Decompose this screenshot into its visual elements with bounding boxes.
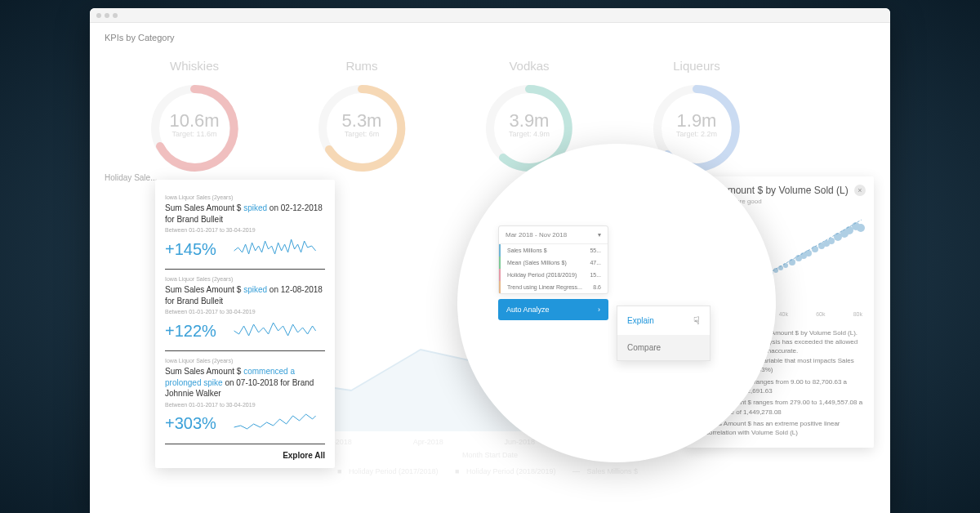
tooltip-table: Mar 2018 - Nov 2018▾ Sales Millions $55.…: [498, 225, 608, 294]
auto-analyze-button[interactable]: Auto Analyze ›: [498, 299, 608, 320]
context-menu: Explain ☟ Compare: [617, 306, 710, 361]
insights-panel: Iowa Liquor Sales (2years) Sum Sales Amo…: [155, 180, 335, 468]
app-window: KPIs by Category Whiskies 10.6m Target: …: [90, 8, 890, 513]
tooltip-range: Mar 2018 - Nov 2018▾: [499, 226, 608, 244]
chevron-right-icon: ›: [598, 306, 600, 314]
tooltip-row: Holiday Period (2018/2019)15...: [499, 269, 608, 281]
kpi-value: 10.6m: [145, 110, 243, 132]
kpi-whiskies: Whiskies 10.6m Target: 11.6m: [137, 59, 252, 149]
menu-item-compare[interactable]: Compare: [617, 335, 710, 360]
kpi-target: Target: 11.6m: [145, 130, 243, 138]
gauge: 5.3m Target: 6m: [313, 79, 411, 149]
svg-point-27: [828, 238, 835, 244]
gauge: 1.9m Target: 2.2m: [648, 79, 746, 149]
kpi-target: Target: 6m: [313, 130, 411, 138]
close-icon[interactable]: ×: [854, 185, 866, 196]
kpi-target: Target: 4.9m: [480, 130, 578, 138]
svg-point-23: [805, 250, 812, 256]
insight-percent: +303%: [165, 414, 216, 433]
svg-point-24: [812, 246, 818, 252]
insight-card[interactable]: Iowa Liquor Sales (2years) Sum Sales Amo…: [165, 188, 325, 270]
svg-point-20: [789, 259, 795, 265]
sparkline: [225, 318, 325, 344]
kpi-vodkas: Vodkas 3.9m Target: 4.9m: [472, 59, 586, 149]
tooltip-row: Trend using Linear Regress...8.6: [499, 281, 608, 293]
insight-percent: +145%: [165, 240, 216, 259]
kpi-value: 1.9m: [648, 110, 746, 132]
pointer-cursor-icon: ☟: [693, 314, 700, 327]
page-title: KPIs by Category: [105, 33, 875, 42]
dashboard: KPIs by Category Whiskies 10.6m Target: …: [90, 23, 890, 513]
insight-source: Iowa Liquor Sales (2years): [165, 358, 325, 364]
tooltip-row: Sales Millions $55...: [499, 244, 608, 256]
svg-point-32: [857, 224, 865, 232]
traffic-light-icon: [105, 13, 109, 18]
svg-point-17: [773, 268, 778, 273]
kpi-label: Whiskies: [137, 59, 252, 73]
insight-range: Between 01-01-2017 to 30-04-2019: [165, 227, 325, 233]
zoom-lens: Mar 2018 - Nov 2018▾ Sales Millions $55.…: [457, 144, 776, 462]
traffic-light-icon: [96, 13, 101, 18]
sparkline: [225, 236, 325, 262]
menu-item-explain[interactable]: Explain ☟: [617, 306, 710, 335]
tooltip-row: Mean (Sales Millions $)47...: [499, 256, 608, 269]
insight-card[interactable]: Iowa Liquor Sales (2years) Sum Sales Amo…: [165, 270, 325, 351]
insight-title: Sum Sales Amount $ spiked on 02-12-2018 …: [165, 203, 325, 225]
traffic-light-icon: [113, 13, 118, 18]
svg-point-18: [778, 265, 783, 270]
insight-range: Between 01-01-2017 to 30-04-2019: [165, 309, 325, 314]
insight-range: Between 01-01-2017 to 30-04-2019: [165, 402, 325, 408]
insight-card[interactable]: Iowa Liquor Sales (2years) Sum Sales Amo…: [165, 351, 325, 444]
chevron-down-icon[interactable]: ▾: [598, 231, 601, 239]
kpi-rums: Rums 5.3m Target: 6m: [305, 59, 419, 149]
kpi-label: Rums: [305, 59, 419, 73]
gauge: 10.6m Target: 11.6m: [145, 79, 243, 149]
kpi-target: Target: 2.2m: [648, 130, 746, 138]
kpi-label: Liqueurs: [639, 59, 754, 73]
insight-source: Iowa Liquor Sales (2years): [165, 276, 325, 282]
kpi-row: Whiskies 10.6m Target: 11.6m Rums 5.3m T…: [105, 59, 875, 149]
kpi-label: Vodkas: [472, 59, 586, 73]
insight-title: Sum Sales Amount $ commenced a prolonged…: [165, 366, 325, 399]
insight-title: Sum Sales Amount $ spiked on 12-08-2018 …: [165, 284, 325, 306]
gauge: 3.9m Target: 4.9m: [480, 79, 578, 149]
insight-source: Iowa Liquor Sales (2years): [165, 194, 325, 200]
titlebar: [90, 8, 890, 23]
kpi-value: 3.9m: [480, 110, 578, 132]
svg-point-19: [783, 263, 788, 268]
insight-percent: +122%: [165, 322, 216, 341]
sparkline: [225, 411, 325, 437]
kpi-liqueurs: Liqueurs 1.9m Target: 2.2m: [639, 59, 754, 149]
kpi-value: 5.3m: [313, 110, 411, 132]
legend: ■ Holiday Period (2017/2018) ■ Holiday P…: [212, 467, 768, 475]
explore-all-link[interactable]: Explore All: [165, 444, 325, 460]
